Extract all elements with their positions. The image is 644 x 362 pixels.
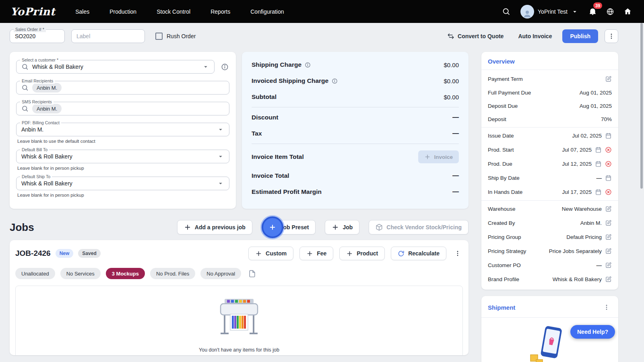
status-chip-mockups[interactable]: 3 Mockups: [106, 268, 145, 279]
edit-icon[interactable]: [605, 234, 612, 241]
sales-order-input[interactable]: [15, 33, 60, 39]
kebab-menu-icon: [454, 250, 461, 257]
search-icon[interactable]: [500, 6, 512, 17]
job-more-actions-button[interactable]: [452, 248, 463, 259]
calendar-icon[interactable]: [595, 160, 602, 167]
check-vendor-stock-label: Check Vendor Stock/Pricing: [386, 224, 462, 230]
divider: [252, 144, 459, 144]
customer-select-label: Select a customer *: [20, 58, 60, 63]
customer-info-icon[interactable]: [220, 62, 229, 72]
nav-item-configuration[interactable]: Configuration: [250, 6, 285, 17]
calendar-icon[interactable]: [605, 132, 612, 139]
recalculate-label: Recalculate: [408, 250, 440, 257]
nav-item-reports[interactable]: Reports: [210, 6, 231, 17]
job-notes-file-icon[interactable]: [248, 269, 257, 278]
clear-date-icon[interactable]: [605, 160, 612, 167]
info-icon[interactable]: [332, 78, 338, 84]
email-recipients-label: Email Recipients: [20, 78, 55, 84]
calendar-icon[interactable]: [595, 146, 602, 153]
user-name: YoPrint Test: [538, 8, 568, 15]
invoiced-shipping-charge-value: $0.00: [444, 78, 459, 84]
status-chip-no-approval[interactable]: No Approval: [200, 268, 241, 279]
discount-value: —: [452, 114, 459, 121]
chevron-down-icon: [217, 126, 224, 133]
nav-item-production[interactable]: Production: [109, 6, 137, 17]
status-chip-unallocated[interactable]: Unallocated: [15, 268, 55, 279]
job-status-badge-saved: Saved: [78, 249, 100, 258]
email-recipient-chip[interactable]: Anbin M.: [32, 83, 62, 93]
job-preset-button[interactable]: Job Preset: [262, 220, 316, 234]
edit-icon[interactable]: [605, 206, 612, 212]
row-value: Default Pricing: [566, 234, 602, 240]
row-value: 70%: [601, 116, 612, 122]
plus-icon: [424, 154, 431, 160]
row-label: Deposit: [488, 116, 506, 122]
default-bill-to-select[interactable]: Default Bill To Whisk & Roll Bakery: [16, 150, 229, 163]
search-icon: [21, 63, 29, 70]
calendar-icon[interactable]: [595, 189, 602, 195]
add-fee-button[interactable]: Fee: [299, 247, 333, 260]
pdf-billing-contact-select[interactable]: PDF: Billing Contact Anbin M.: [16, 123, 229, 136]
status-chip-no-prod-files[interactable]: No Prod. Files: [150, 268, 195, 279]
recalculate-button[interactable]: Recalculate: [391, 247, 446, 260]
row-value: Anbin M.: [580, 220, 602, 226]
publish-button[interactable]: Publish: [562, 29, 598, 43]
order-more-actions-button[interactable]: [605, 29, 618, 43]
plus-icon: [255, 250, 262, 257]
shipment-illustration: [526, 324, 574, 362]
status-chip-no-services[interactable]: No Services: [60, 268, 101, 279]
subtotal-value: $0.00: [444, 94, 459, 101]
home-icon[interactable]: [622, 6, 634, 17]
email-recipients-field[interactable]: Email Recipients Anbin M.: [16, 81, 229, 95]
clear-date-icon[interactable]: [605, 189, 612, 195]
edit-icon[interactable]: [605, 262, 612, 269]
add-job-button[interactable]: Job: [325, 220, 359, 234]
job-status-chips: Unallocated No Services 3 Mockups No Pro…: [15, 268, 463, 279]
language-globe-icon[interactable]: [605, 6, 616, 17]
add-product-button[interactable]: Product: [339, 247, 385, 260]
order-toolbar: Sales Order # * Rush Order Convert to Qu…: [0, 23, 644, 43]
plus-icon: [269, 224, 276, 231]
default-ship-to-value: Whisk & Roll Bakery: [21, 180, 72, 187]
edit-icon[interactable]: [605, 220, 612, 226]
convert-to-quote-button[interactable]: Convert to Quote: [443, 30, 508, 42]
page-scrollbar[interactable]: [640, 23, 643, 189]
row-label: In Hands Date: [488, 189, 522, 195]
edit-icon[interactable]: [605, 248, 612, 255]
calendar-icon[interactable]: [605, 175, 612, 181]
search-icon: [21, 105, 29, 112]
row-value: —: [597, 175, 602, 181]
rush-order-checkbox[interactable]: [155, 33, 163, 40]
label-input[interactable]: [76, 33, 140, 39]
default-ship-to-label: Default Ship To: [20, 174, 52, 179]
default-ship-to-select[interactable]: Default Ship To Whisk & Roll Bakery: [16, 177, 229, 190]
auto-invoice-button[interactable]: Auto Invoice: [514, 31, 556, 42]
pdf-billing-contact-label: PDF: Billing Contact: [20, 120, 61, 125]
shipment-more-actions-button[interactable]: [601, 302, 612, 313]
brand-logo[interactable]: YoPrint: [10, 6, 55, 18]
add-invoice-button[interactable]: Invoice: [418, 150, 459, 163]
account-menu-button[interactable]: YoPrint Test: [518, 4, 581, 19]
add-previous-job-button[interactable]: Add a previous job: [177, 220, 252, 234]
overview-row-pricing-group: Pricing Group Default Pricing: [481, 230, 618, 244]
nav-item-sales[interactable]: Sales: [74, 6, 90, 17]
row-label: Deposit Due: [488, 103, 518, 109]
sms-recipient-chip[interactable]: Anbin M.: [32, 104, 62, 113]
clear-date-icon[interactable]: [605, 146, 612, 153]
need-help-button[interactable]: Need Help?: [570, 325, 615, 339]
info-icon[interactable]: [305, 62, 311, 68]
row-value: Aug 01, 2025: [580, 90, 612, 96]
sms-recipients-field[interactable]: SMS Recipients Anbin M.: [16, 102, 229, 115]
tax-label: Tax: [252, 130, 262, 137]
row-label: Ship By Date: [488, 175, 520, 181]
check-vendor-stock-button[interactable]: Check Vendor Stock/Pricing: [369, 220, 469, 234]
row-label: Full Payment Due: [488, 90, 531, 96]
customer-select[interactable]: Select a customer * Whisk & Roll Bakery: [16, 60, 215, 74]
job-card: JOB-2426 New Saved Custom Fee Product: [10, 240, 469, 355]
invoiced-shipping-charge-label: Invoiced Shipping Charge: [252, 77, 328, 84]
edit-icon[interactable]: [605, 76, 612, 82]
nav-item-stock-control[interactable]: Stock Control: [156, 6, 191, 17]
edit-icon[interactable]: [605, 276, 612, 283]
add-custom-button[interactable]: Custom: [248, 247, 293, 260]
tax-value: —: [452, 130, 459, 137]
